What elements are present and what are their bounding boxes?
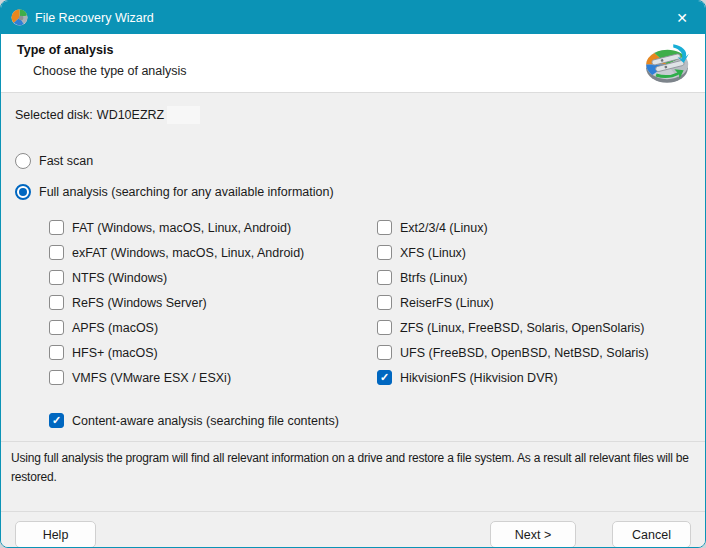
radio-label-fast-scan: Fast scan — [39, 154, 93, 168]
checkbox-exfat[interactable] — [49, 245, 64, 260]
wizard-body: Selected disk: WD10EZRZ Fast scan Full a… — [1, 93, 705, 548]
selected-disk-label: Selected disk: — [15, 108, 93, 122]
checkbox-row-ufs[interactable]: UFS (FreeBSD, OpenBSD, NetBSD, Solaris) — [377, 340, 705, 365]
checkbox-label-content-aware: Content-aware analysis (searching file c… — [72, 414, 339, 428]
checkbox-row-hfsplus[interactable]: HFS+ (macOS) — [49, 340, 377, 365]
titlebar: File Recovery Wizard ✕ — [1, 1, 705, 34]
recovery-disk-icon — [642, 38, 692, 88]
close-button[interactable]: ✕ — [659, 1, 705, 34]
filesystem-checkbox-grid: FAT (Windows, macOS, Linux, Android) exF… — [49, 215, 705, 390]
checkbox-label-btrfs: Btrfs (Linux) — [400, 271, 467, 285]
radio-label-full-analysis: Full analysis (searching for any availab… — [39, 185, 334, 199]
close-icon: ✕ — [676, 11, 688, 25]
checkbox-row-exfat[interactable]: exFAT (Windows, macOS, Linux, Android) — [49, 240, 377, 265]
checkbox-row-apfs[interactable]: APFS (macOS) — [49, 315, 377, 340]
radio-icon-fast-scan[interactable] — [15, 153, 31, 169]
radio-fast-scan[interactable]: Fast scan — [15, 151, 705, 171]
radio-icon-full-analysis[interactable] — [15, 184, 31, 200]
checkbox-label-ntfs: NTFS (Windows) — [72, 271, 167, 285]
app-icon — [11, 9, 28, 26]
checkbox-apfs[interactable] — [49, 320, 64, 335]
radio-full-analysis[interactable]: Full analysis (searching for any availab… — [15, 182, 705, 202]
checkbox-hfsplus[interactable] — [49, 345, 64, 360]
checkbox-xfs[interactable] — [377, 245, 392, 260]
selected-disk-row: Selected disk: WD10EZRZ — [15, 106, 705, 124]
analysis-description: Using full analysis the program will fin… — [11, 449, 695, 486]
file-recovery-wizard-window: File Recovery Wizard ✕ Type of analysis … — [0, 0, 706, 548]
selected-disk-value: WD10EZRZ — [97, 108, 164, 122]
checkbox-label-refs: ReFS (Windows Server) — [72, 296, 207, 310]
next-button[interactable]: Next > — [490, 521, 576, 548]
checkbox-ntfs[interactable] — [49, 270, 64, 285]
checkbox-row-reiserfs[interactable]: ReiserFS (Linux) — [377, 290, 705, 315]
checkbox-refs[interactable] — [49, 295, 64, 310]
help-button[interactable]: Help — [15, 521, 96, 548]
wizard-header: Type of analysis Choose the type of anal… — [1, 34, 705, 93]
checkbox-row-ext234[interactable]: Ext2/3/4 (Linux) — [377, 215, 705, 240]
checkbox-zfs[interactable] — [377, 320, 392, 335]
checkbox-row-content-aware[interactable]: Content-aware analysis (searching file c… — [49, 413, 705, 428]
checkbox-row-zfs[interactable]: ZFS (Linux, FreeBSD, Solaris, OpenSolari… — [377, 315, 705, 340]
checkbox-label-xfs: XFS (Linux) — [400, 246, 466, 260]
page-title: Type of analysis — [17, 43, 705, 57]
disk-value-highlight — [167, 106, 200, 124]
checkbox-ufs[interactable] — [377, 345, 392, 360]
checkbox-label-hfsplus: HFS+ (macOS) — [72, 346, 158, 360]
checkbox-row-ntfs[interactable]: NTFS (Windows) — [49, 265, 377, 290]
checkbox-label-hikvisionfs: HikvisionFS (Hikvision DVR) — [400, 371, 558, 385]
checkbox-label-exfat: exFAT (Windows, macOS, Linux, Android) — [72, 246, 304, 260]
page-subtitle: Choose the type of analysis — [33, 64, 705, 78]
checkbox-row-btrfs[interactable]: Btrfs (Linux) — [377, 265, 705, 290]
checkbox-row-hikvisionfs[interactable]: HikvisionFS (Hikvision DVR) — [377, 365, 705, 390]
checkbox-label-zfs: ZFS (Linux, FreeBSD, Solaris, OpenSolari… — [400, 321, 645, 335]
description-divider — [1, 441, 705, 442]
checkbox-vmfs[interactable] — [49, 370, 64, 385]
checkbox-label-ext234: Ext2/3/4 (Linux) — [400, 221, 488, 235]
checkbox-ext234[interactable] — [377, 220, 392, 235]
checkbox-btrfs[interactable] — [377, 270, 392, 285]
checkbox-row-vmfs[interactable]: VMFS (VMware ESX / ESXi) — [49, 365, 377, 390]
checkbox-label-reiserfs: ReiserFS (Linux) — [400, 296, 494, 310]
checkbox-label-vmfs: VMFS (VMware ESX / ESXi) — [72, 371, 231, 385]
checkbox-fat[interactable] — [49, 220, 64, 235]
checkbox-row-refs[interactable]: ReFS (Windows Server) — [49, 290, 377, 315]
checkbox-reiserfs[interactable] — [377, 295, 392, 310]
checkbox-label-apfs: APFS (macOS) — [72, 321, 158, 335]
checkbox-label-ufs: UFS (FreeBSD, OpenBSD, NetBSD, Solaris) — [400, 346, 649, 360]
checkbox-row-xfs[interactable]: XFS (Linux) — [377, 240, 705, 265]
cancel-button[interactable]: Cancel — [612, 521, 691, 548]
button-strip: Help Next > Cancel — [1, 511, 705, 548]
checkbox-label-fat: FAT (Windows, macOS, Linux, Android) — [72, 221, 291, 235]
window-title: File Recovery Wizard — [35, 11, 154, 25]
checkbox-row-fat[interactable]: FAT (Windows, macOS, Linux, Android) — [49, 215, 377, 240]
checkbox-content-aware[interactable] — [49, 413, 64, 428]
checkbox-hikvisionfs[interactable] — [377, 370, 392, 385]
